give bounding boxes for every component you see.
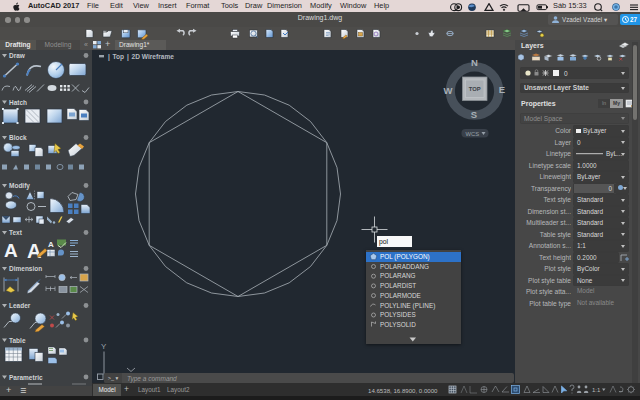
svg-text:A: A: [27, 239, 41, 261]
svg-text:Parametric: Parametric: [9, 373, 43, 380]
svg-text:2D Wireframe: 2D Wireframe: [132, 53, 175, 60]
svg-text:Hatch: Hatch: [9, 98, 27, 105]
svg-text:|: |: [108, 53, 110, 61]
svg-text:Leader: Leader: [9, 302, 31, 309]
svg-text:1:1: 1:1: [592, 387, 601, 393]
svg-text:W: W: [444, 85, 453, 96]
svg-text:|: |: [127, 53, 129, 61]
svg-text:Table: Table: [9, 336, 26, 343]
svg-text:E: E: [499, 84, 505, 95]
svg-text:WCS: WCS: [466, 130, 480, 136]
svg-text:0: 0: [564, 70, 568, 77]
svg-text:TOP: TOP: [469, 86, 481, 92]
svg-text:Top: Top: [113, 53, 125, 61]
svg-text:Y: Y: [101, 342, 107, 351]
svg-text:Draw: Draw: [9, 52, 26, 59]
svg-text:A: A: [4, 239, 18, 260]
svg-text:Text: Text: [9, 229, 23, 236]
svg-text:Block: Block: [9, 134, 27, 141]
svg-text:Dimension: Dimension: [9, 265, 42, 272]
svg-text:N: N: [471, 57, 478, 68]
svg-text:A: A: [48, 239, 54, 248]
svg-text:Modify: Modify: [9, 182, 30, 190]
svg-text:S: S: [471, 109, 477, 120]
